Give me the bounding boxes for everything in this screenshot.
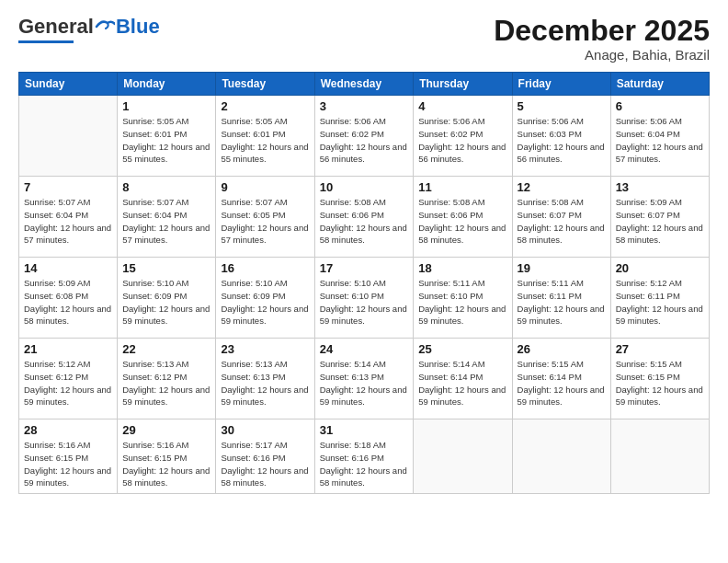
day-number: 6 — [616, 99, 704, 113]
daylight-text: Daylight: 12 hours and 57 minutes. — [122, 222, 210, 247]
sunrise-text: Sunrise: 5:07 AM — [122, 196, 210, 209]
day-number: 16 — [221, 261, 309, 275]
table-row: 7 Sunrise: 5:07 AM Sunset: 6:04 PM Dayli… — [19, 177, 118, 258]
table-row: 11 Sunrise: 5:08 AM Sunset: 6:06 PM Dayl… — [414, 177, 512, 258]
table-row: 24 Sunrise: 5:14 AM Sunset: 6:13 PM Dayl… — [314, 339, 414, 419]
day-number: 10 — [320, 180, 409, 194]
sunset-text: Sunset: 6:05 PM — [221, 209, 309, 222]
day-info: Sunrise: 5:17 AM Sunset: 6:16 PM Dayligh… — [221, 439, 309, 489]
table-row: 30 Sunrise: 5:17 AM Sunset: 6:16 PM Dayl… — [216, 419, 314, 494]
daylight-text: Daylight: 12 hours and 59 minutes. — [221, 303, 309, 328]
day-number: 26 — [518, 342, 606, 356]
logo-bird-icon — [95, 19, 115, 34]
day-info: Sunrise: 5:16 AM Sunset: 6:15 PM Dayligh… — [24, 439, 112, 489]
daylight-text: Daylight: 12 hours and 58 minutes. — [24, 303, 112, 328]
table-row: 27 Sunrise: 5:15 AM Sunset: 6:15 PM Dayl… — [610, 339, 709, 419]
day-info: Sunrise: 5:11 AM Sunset: 6:11 PM Dayligh… — [518, 277, 606, 327]
sunset-text: Sunset: 6:09 PM — [122, 290, 210, 303]
month-title: December 2025 — [494, 15, 710, 47]
sunset-text: Sunset: 6:02 PM — [418, 128, 506, 141]
day-info: Sunrise: 5:05 AM Sunset: 6:01 PM Dayligh… — [221, 115, 309, 166]
sunset-text: Sunset: 6:07 PM — [518, 209, 606, 222]
table-row: 16 Sunrise: 5:10 AM Sunset: 6:09 PM Dayl… — [216, 258, 314, 339]
daylight-text: Daylight: 12 hours and 59 minutes. — [122, 303, 210, 328]
table-row: 10 Sunrise: 5:08 AM Sunset: 6:06 PM Dayl… — [314, 177, 414, 258]
sunrise-text: Sunrise: 5:13 AM — [221, 358, 309, 371]
day-info: Sunrise: 5:10 AM Sunset: 6:10 PM Dayligh… — [320, 277, 409, 327]
daylight-text: Daylight: 12 hours and 57 minutes. — [616, 141, 704, 167]
logo-underline — [18, 40, 74, 43]
table-row: 28 Sunrise: 5:16 AM Sunset: 6:15 PM Dayl… — [19, 419, 118, 494]
sunset-text: Sunset: 6:04 PM — [122, 209, 210, 222]
day-info: Sunrise: 5:14 AM Sunset: 6:13 PM Dayligh… — [320, 358, 409, 408]
daylight-text: Daylight: 12 hours and 57 minutes. — [221, 222, 309, 247]
day-number: 15 — [122, 261, 210, 275]
col-thursday: Thursday — [414, 73, 512, 96]
title-block: December 2025 Anage, Bahia, Brazil — [494, 15, 710, 63]
day-info: Sunrise: 5:13 AM Sunset: 6:13 PM Dayligh… — [221, 358, 309, 408]
sunset-text: Sunset: 6:02 PM — [320, 128, 409, 141]
day-number: 14 — [24, 261, 112, 275]
sunrise-text: Sunrise: 5:16 AM — [24, 439, 112, 452]
sunrise-text: Sunrise: 5:09 AM — [24, 277, 112, 290]
day-info: Sunrise: 5:06 AM Sunset: 6:02 PM Dayligh… — [320, 115, 409, 166]
sunset-text: Sunset: 6:15 PM — [122, 452, 210, 465]
sunrise-text: Sunrise: 5:07 AM — [24, 196, 112, 209]
day-number: 28 — [24, 423, 112, 437]
daylight-text: Daylight: 12 hours and 59 minutes. — [518, 303, 606, 328]
table-row: 1 Sunrise: 5:05 AM Sunset: 6:01 PM Dayli… — [118, 96, 216, 177]
sunrise-text: Sunrise: 5:14 AM — [418, 358, 506, 371]
sunset-text: Sunset: 6:12 PM — [122, 371, 210, 384]
sunset-text: Sunset: 6:13 PM — [221, 371, 309, 384]
day-number: 27 — [616, 342, 704, 356]
daylight-text: Daylight: 12 hours and 59 minutes. — [616, 303, 704, 328]
sunrise-text: Sunrise: 5:08 AM — [418, 196, 506, 209]
table-row: 3 Sunrise: 5:06 AM Sunset: 6:02 PM Dayli… — [314, 96, 414, 177]
day-info: Sunrise: 5:06 AM Sunset: 6:02 PM Dayligh… — [418, 115, 506, 166]
day-info: Sunrise: 5:05 AM Sunset: 6:01 PM Dayligh… — [122, 115, 210, 166]
table-row: 8 Sunrise: 5:07 AM Sunset: 6:04 PM Dayli… — [118, 177, 216, 258]
sunset-text: Sunset: 6:10 PM — [418, 290, 506, 303]
sunrise-text: Sunrise: 5:17 AM — [221, 439, 309, 452]
sunrise-text: Sunrise: 5:12 AM — [24, 358, 112, 371]
sunrise-text: Sunrise: 5:06 AM — [518, 115, 606, 128]
logo: General Blue — [18, 15, 160, 43]
day-info: Sunrise: 5:07 AM Sunset: 6:04 PM Dayligh… — [122, 196, 210, 247]
day-number: 7 — [24, 180, 112, 194]
daylight-text: Daylight: 12 hours and 58 minutes. — [518, 222, 606, 247]
calendar-header-row: Sunday Monday Tuesday Wednesday Thursday… — [19, 73, 710, 96]
day-info: Sunrise: 5:15 AM Sunset: 6:15 PM Dayligh… — [616, 358, 704, 408]
daylight-text: Daylight: 12 hours and 58 minutes. — [122, 465, 210, 490]
day-info: Sunrise: 5:08 AM Sunset: 6:07 PM Dayligh… — [518, 196, 606, 247]
day-number: 13 — [616, 180, 704, 194]
sunrise-text: Sunrise: 5:15 AM — [616, 358, 704, 371]
sunset-text: Sunset: 6:09 PM — [221, 290, 309, 303]
sunset-text: Sunset: 6:03 PM — [518, 128, 606, 141]
table-row — [610, 419, 709, 494]
day-info: Sunrise: 5:12 AM Sunset: 6:11 PM Dayligh… — [616, 277, 704, 327]
daylight-text: Daylight: 12 hours and 58 minutes. — [221, 465, 309, 490]
sunrise-text: Sunrise: 5:05 AM — [221, 115, 309, 128]
col-monday: Monday — [118, 73, 216, 96]
daylight-text: Daylight: 12 hours and 59 minutes. — [418, 384, 506, 409]
sunset-text: Sunset: 6:10 PM — [320, 290, 409, 303]
day-info: Sunrise: 5:13 AM Sunset: 6:12 PM Dayligh… — [122, 358, 210, 408]
day-info: Sunrise: 5:07 AM Sunset: 6:04 PM Dayligh… — [24, 196, 112, 247]
sunrise-text: Sunrise: 5:07 AM — [221, 196, 309, 209]
sunset-text: Sunset: 6:08 PM — [24, 290, 112, 303]
daylight-text: Daylight: 12 hours and 59 minutes. — [24, 465, 112, 490]
table-row: 20 Sunrise: 5:12 AM Sunset: 6:11 PM Dayl… — [610, 258, 709, 339]
day-number: 8 — [122, 180, 210, 194]
sunrise-text: Sunrise: 5:14 AM — [320, 358, 409, 371]
daylight-text: Daylight: 12 hours and 58 minutes. — [418, 222, 506, 247]
sunrise-text: Sunrise: 5:12 AM — [616, 277, 704, 290]
daylight-text: Daylight: 12 hours and 59 minutes. — [122, 384, 210, 409]
day-number: 17 — [320, 261, 409, 275]
sunrise-text: Sunrise: 5:08 AM — [518, 196, 606, 209]
table-row: 26 Sunrise: 5:15 AM Sunset: 6:14 PM Dayl… — [512, 339, 610, 419]
day-info: Sunrise: 5:16 AM Sunset: 6:15 PM Dayligh… — [122, 439, 210, 489]
day-number: 23 — [221, 342, 309, 356]
sunrise-text: Sunrise: 5:06 AM — [320, 115, 409, 128]
page: General Blue December 2025 Anage, Bahia,… — [0, 0, 728, 563]
sunrise-text: Sunrise: 5:05 AM — [122, 115, 210, 128]
